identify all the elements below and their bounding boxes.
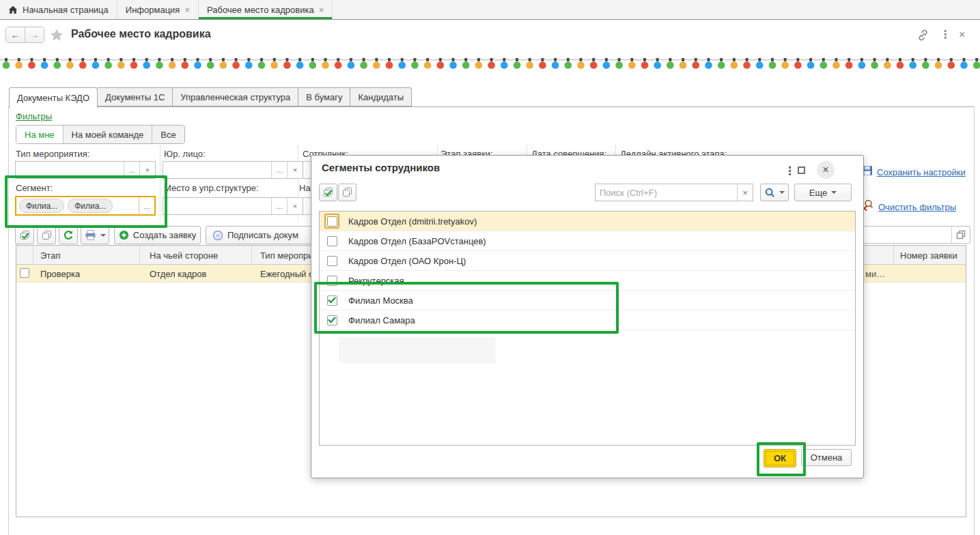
row-checkbox[interactable] bbox=[20, 268, 29, 278]
segment-checkbox[interactable] bbox=[327, 216, 337, 227]
scope-on-me[interactable]: На мне bbox=[16, 126, 63, 143]
flags-clear-icon bbox=[41, 230, 53, 241]
refresh-icon bbox=[63, 230, 74, 241]
clear-filters-link[interactable]: Очистить фильтры bbox=[878, 202, 956, 212]
segment-item-label: Филиал Самара bbox=[348, 315, 415, 326]
checkbox-focus-frame bbox=[324, 233, 339, 248]
segment-item-label: Филиал Москва bbox=[348, 295, 413, 306]
segment-list-item[interactable]: Филиал Москва bbox=[320, 291, 855, 310]
create-request-button[interactable]: Создать заявку bbox=[114, 226, 201, 244]
segment-list-item[interactable]: Кадров Отдел (БазаPOVстанцев) bbox=[320, 231, 855, 251]
checkbox-focus-frame bbox=[324, 253, 339, 268]
legal-entity-label: Юр. лицо: bbox=[164, 149, 206, 159]
segments-dialog: Сегменты сотрудников ⋮ × × bbox=[311, 155, 864, 478]
form-tab-candidates[interactable]: Кандидаты bbox=[350, 87, 412, 106]
tab-hr-workplace[interactable]: Рабочее место кадровика × bbox=[199, 0, 333, 19]
segment-label: Сегмент: bbox=[16, 183, 53, 193]
dialog-set-all-flags-button[interactable] bbox=[319, 184, 337, 201]
segment-item-label: Кадров Отдел (dmitrii.tretyakov) bbox=[348, 216, 477, 227]
filter-separator bbox=[160, 145, 160, 219]
mgmt-place-field[interactable]: ... × bbox=[163, 197, 303, 215]
column-header-stage[interactable]: Этап bbox=[40, 250, 60, 261]
tab-home[interactable]: Начальная страница bbox=[0, 0, 117, 19]
favorite-star-icon[interactable] bbox=[49, 28, 64, 42]
dialog-search-box: × bbox=[595, 184, 753, 201]
dialog-more-label: Еще bbox=[809, 188, 827, 198]
dialog-close-icon[interactable]: × bbox=[817, 161, 835, 179]
checkbox-focus-frame bbox=[324, 273, 339, 288]
garland-decoration bbox=[0, 54, 980, 72]
segment-list-item[interactable]: Филиал Самара bbox=[320, 310, 855, 330]
event-type-field[interactable]: ... × bbox=[15, 161, 156, 179]
tab-home-label: Начальная страница bbox=[23, 5, 109, 15]
save-settings-link[interactable]: Сохранить настройки bbox=[877, 167, 966, 177]
checkmark-icon bbox=[328, 317, 336, 323]
print-dropdown-caret bbox=[100, 234, 106, 237]
print-button[interactable] bbox=[81, 226, 109, 244]
segment-field[interactable]: Филиа... Филиа... ... bbox=[15, 196, 156, 216]
dialog-more-button[interactable]: Еще bbox=[794, 184, 852, 201]
segment-chip[interactable]: Филиа... bbox=[19, 199, 64, 213]
more-menu-icon[interactable]: ⋮ bbox=[940, 29, 951, 40]
refresh-button[interactable] bbox=[59, 226, 78, 244]
dialog-title: Сегменты сотрудников bbox=[322, 162, 440, 173]
get-link-icon[interactable] bbox=[916, 29, 929, 42]
form-tab-kedo-documents[interactable]: Документы КЭДО bbox=[9, 87, 98, 109]
scope-all[interactable]: Все bbox=[152, 126, 184, 143]
tab-information[interactable]: Информация × bbox=[117, 0, 199, 19]
clear-button[interactable]: × bbox=[287, 198, 303, 214]
segment-list-item[interactable]: Кадров Отдел (ОАО Крон-Ц) bbox=[320, 251, 855, 271]
window-tab-bar: Начальная страница Информация × Рабочее … bbox=[0, 0, 980, 20]
form-tab-management-structure[interactable]: Управленческая структура bbox=[173, 87, 298, 106]
choose-button[interactable]: ... bbox=[271, 162, 287, 178]
back-button[interactable]: ← bbox=[6, 27, 25, 42]
plus-icon bbox=[119, 230, 129, 240]
segment-chip[interactable]: Филиа... bbox=[68, 199, 113, 213]
segment-list-item[interactable]: Кадров Отдел (dmitrii.tretyakov) bbox=[320, 212, 855, 231]
tab-information-close-icon[interactable]: × bbox=[184, 5, 190, 14]
close-form-icon[interactable]: × bbox=[959, 29, 965, 40]
clear-button[interactable]: × bbox=[139, 162, 155, 178]
forward-button[interactable]: → bbox=[25, 27, 44, 42]
search-expand-icon[interactable] bbox=[951, 227, 970, 243]
page-title: Рабочее место кадровика bbox=[71, 28, 211, 40]
home-icon bbox=[8, 5, 18, 14]
segment-item-label: Рекрутерская bbox=[348, 276, 404, 286]
dialog-more-icon[interactable]: ⋮ bbox=[784, 164, 796, 178]
cell-side: Отдел кадров bbox=[150, 269, 206, 279]
choose-button[interactable]: ... bbox=[124, 162, 139, 178]
segment-item-label: Кадров Отдел (ОАО Крон-Ц) bbox=[348, 256, 466, 266]
form-tab-to-paper[interactable]: В бумагу bbox=[298, 87, 350, 106]
dialog-clear-all-flags-button[interactable] bbox=[338, 184, 356, 201]
tab-hr-workplace-close-icon[interactable]: × bbox=[319, 5, 324, 14]
choose-button[interactable]: ... bbox=[139, 197, 154, 214]
ok-button[interactable]: ОК bbox=[764, 449, 796, 467]
sign-documents-button[interactable]: Подписать докум bbox=[206, 226, 316, 244]
dialog-maximize-icon[interactable] bbox=[798, 167, 805, 174]
choose-button[interactable]: ... bbox=[271, 198, 287, 214]
form-tab-1c-documents[interactable]: Документы 1С bbox=[98, 87, 173, 106]
navigation-bar: ← → Рабочее место кадровика ⋮ × bbox=[0, 20, 980, 53]
segment-checkbox[interactable] bbox=[327, 295, 337, 306]
segment-checkbox[interactable] bbox=[327, 315, 337, 326]
scope-my-team[interactable]: На моей команде bbox=[63, 126, 152, 143]
segment-checkbox[interactable] bbox=[327, 256, 337, 266]
dialog-search-clear-button[interactable]: × bbox=[737, 184, 753, 201]
legal-entity-field[interactable]: ... × bbox=[163, 161, 303, 179]
column-header-side[interactable]: На чьей стороне bbox=[150, 250, 218, 261]
column-header-request-number[interactable]: Номер заявки bbox=[900, 250, 957, 261]
panel-top-border bbox=[8, 106, 974, 107]
filters-link[interactable]: Фильтры bbox=[16, 111, 52, 121]
segment-list-item[interactable]: Рекрутерская bbox=[320, 271, 855, 291]
printer-icon bbox=[85, 230, 96, 240]
segment-checkbox[interactable] bbox=[327, 276, 337, 286]
dialog-search-input[interactable] bbox=[596, 184, 737, 201]
dialog-search-button[interactable] bbox=[760, 184, 789, 201]
search-dropdown-caret bbox=[779, 191, 785, 194]
cell-truncated-fragment: ми… bbox=[865, 269, 885, 279]
set-all-flags-button[interactable] bbox=[15, 226, 34, 244]
cancel-button[interactable]: Отмена bbox=[801, 449, 852, 466]
segment-checkbox[interactable] bbox=[327, 236, 337, 246]
clear-button[interactable]: × bbox=[287, 162, 303, 178]
clear-all-flags-button[interactable] bbox=[37, 226, 56, 244]
